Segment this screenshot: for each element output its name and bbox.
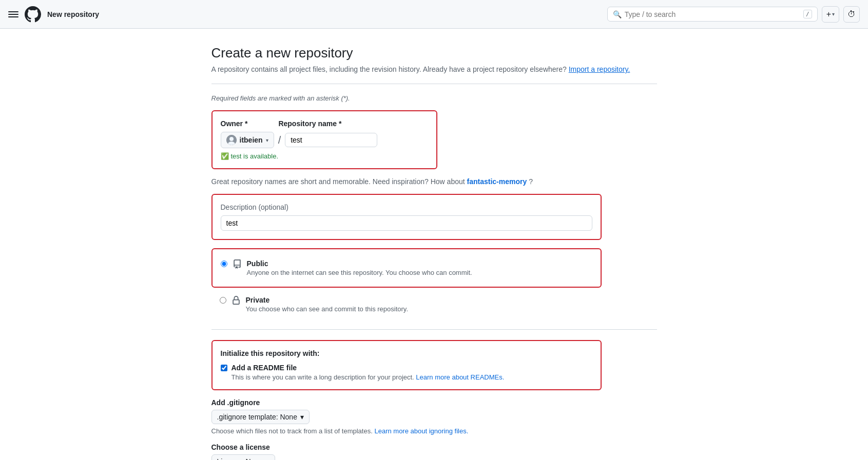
repo-label: Repository name * [278, 119, 341, 128]
license-section: Choose a license License: None ▾ [211, 443, 602, 460]
suggestion-link[interactable]: fantastic-memory [467, 177, 527, 186]
private-radio[interactable] [220, 297, 226, 304]
subtitle-text: A repository contains all project files,… [211, 65, 657, 73]
public-icon [233, 259, 242, 271]
public-option: Public Anyone on the internet can see th… [221, 257, 592, 278]
plus-icon: + [826, 10, 831, 19]
gitignore-label: Add .gitignore [211, 398, 602, 407]
public-info: Public Anyone on the internet can see th… [247, 259, 592, 276]
gitignore-section: Add .gitignore .gitignore template: None… [211, 398, 602, 435]
owner-chevron-icon: ▾ [266, 137, 268, 143]
timer-icon: ⏱ [847, 10, 856, 19]
divider-2 [211, 329, 657, 330]
owner-repo-section: Owner * Repository name * itbeien ▾ / ✅ [211, 110, 437, 169]
private-info: Private You choose who can see and commi… [246, 296, 602, 313]
slash-kbd: / [803, 10, 812, 18]
readme-info: Add a README file This is where you can … [232, 364, 505, 381]
owner-repo-labels: Owner * Repository name * [221, 119, 428, 128]
license-label: Choose a license [211, 443, 602, 451]
gitignore-learn-more-link[interactable]: Learn more about ignoring files. [374, 427, 468, 435]
chevron-down-icon: ▾ [832, 11, 835, 17]
visibility-section: Public Anyone on the internet can see th… [211, 248, 602, 288]
new-item-button[interactable]: + ▾ [822, 6, 839, 23]
divider-1 [211, 84, 657, 84]
readme-checkbox[interactable] [221, 365, 227, 371]
private-desc: You choose who can see and commit to thi… [246, 305, 602, 313]
repo-name-input[interactable] [285, 133, 377, 147]
required-note: Required fields are marked with an aster… [211, 94, 657, 102]
gitignore-chevron-icon: ▾ [300, 413, 304, 421]
avatar [226, 135, 237, 145]
hamburger-menu-icon[interactable] [8, 9, 18, 19]
suggestion-text: Great repository names are short and mem… [211, 177, 657, 186]
check-circle-icon: ✅ [221, 152, 229, 160]
main-content: Create a new repository A repository con… [203, 29, 665, 460]
owner-label: Owner * [221, 119, 248, 128]
import-repository-link[interactable]: Import a repository. [569, 65, 630, 73]
availability-message: ✅ test is available. [221, 152, 428, 160]
header-title: New repository [47, 10, 99, 18]
page-title: Create a new repository [211, 45, 657, 61]
private-title: Private [246, 296, 602, 304]
gitignore-note: Choose which files not to track from a l… [211, 427, 602, 435]
github-logo-icon[interactable] [25, 6, 41, 23]
header: New repository 🔍 / + ▾ ⏱ [0, 0, 868, 29]
initialize-section: Initialize this repository with: Add a R… [211, 340, 602, 390]
timer-button[interactable]: ⏱ [843, 6, 860, 23]
owner-repo-inputs: itbeien ▾ / [221, 132, 428, 148]
readme-row: Add a README file This is where you can … [221, 364, 592, 381]
gitignore-dropdown[interactable]: .gitignore template: None ▾ [211, 410, 310, 424]
owner-dropdown[interactable]: itbeien ▾ [221, 132, 274, 148]
private-icon [232, 296, 241, 308]
readme-label: Add a README file [232, 364, 505, 372]
description-section: Description (optional) [211, 194, 602, 240]
search-input[interactable] [625, 10, 800, 18]
license-dropdown[interactable]: License: None ▾ [211, 454, 276, 460]
description-label: Description (optional) [221, 203, 592, 211]
svg-point-1 [229, 137, 234, 141]
search-icon: 🔍 [613, 10, 622, 18]
search-box[interactable]: 🔍 / [607, 7, 818, 22]
description-input[interactable] [221, 215, 592, 231]
private-section: Private You choose who can see and commi… [211, 290, 602, 319]
public-radio[interactable] [221, 261, 227, 267]
header-left: New repository [8, 6, 601, 23]
owner-name: itbeien [240, 136, 263, 144]
readme-desc: This is where you can write a long descr… [232, 373, 505, 381]
readme-learn-more-link[interactable]: Learn more about READMEs. [416, 373, 504, 381]
header-right: 🔍 / + ▾ ⏱ [607, 6, 860, 23]
license-chevron-icon: ▾ [266, 457, 269, 460]
public-desc: Anyone on the internet can see this repo… [247, 269, 592, 276]
public-title: Public [247, 259, 592, 268]
initialize-title: Initialize this repository with: [221, 349, 592, 357]
slash-separator: / [278, 134, 281, 146]
